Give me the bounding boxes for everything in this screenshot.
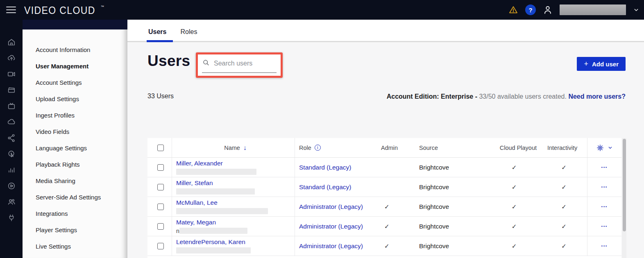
user-role-link[interactable]: Standard (Legacy) <box>299 183 351 191</box>
media-clapperboard-icon[interactable] <box>7 86 16 95</box>
cloud-icon[interactable] <box>7 118 16 127</box>
email-visible-prefix: n <box>176 228 179 234</box>
player-icon[interactable] <box>7 181 16 190</box>
help-icon[interactable]: ? <box>525 5 536 15</box>
cloud-upload-icon[interactable] <box>7 54 16 63</box>
sort-descending-icon[interactable]: ↓ <box>243 144 247 152</box>
user-count: 33 Users <box>147 93 174 100</box>
interactivity-icon[interactable] <box>7 149 16 158</box>
sidebar-item-ingest-profiles[interactable]: Ingest Profiles <box>23 107 127 124</box>
col-header-interactivity: Interactivity <box>541 138 587 157</box>
row-menu-button[interactable]: ••• <box>601 244 608 248</box>
analytics-icon[interactable] <box>7 165 16 174</box>
users-table: Name ↓ Role i Admin Source Cloud Playout… <box>147 138 621 258</box>
tab-users[interactable]: Users <box>147 28 167 41</box>
row-menu-button[interactable]: ••• <box>601 185 608 189</box>
column-settings-gear-icon[interactable] <box>596 144 604 152</box>
warning-icon[interactable] <box>508 5 519 15</box>
email-line <box>176 169 256 175</box>
cloud-playout-checkmark: ✓ <box>512 223 517 230</box>
scrollbar-thumb[interactable] <box>623 139 626 231</box>
row-menu-button[interactable]: ••• <box>601 165 608 170</box>
table-header-row: Name ↓ Role i Admin Source Cloud Playout… <box>147 138 621 158</box>
sidebar-item-media-sharing[interactable]: Media Sharing <box>23 173 127 189</box>
sidebar-item-server-side-ad-settings[interactable]: Server-Side Ad Settings <box>23 189 127 206</box>
row-checkbox[interactable] <box>157 223 164 230</box>
video-cloud-app: VIDEO CLOUD ™ ? <box>0 0 644 258</box>
select-all-checkbox[interactable] <box>157 145 164 151</box>
role-info-icon[interactable]: i <box>315 145 321 151</box>
row-checkbox[interactable] <box>157 243 164 249</box>
home-icon[interactable] <box>7 38 16 47</box>
table-row: Miller, Stefan Standard (Legacy) Brightc… <box>147 177 621 197</box>
sidebar-item-integrations[interactable]: Integrations <box>23 206 127 222</box>
email-line: n <box>176 228 247 234</box>
cloud-playout-checkmark: ✓ <box>512 242 517 250</box>
row-menu-button[interactable]: ••• <box>601 224 608 229</box>
table-row: Miller, Alexander Standard (Legacy) Brig… <box>147 158 621 177</box>
email-redacted <box>176 247 251 253</box>
col-header-admin: Admin <box>377 138 416 157</box>
need-more-users-link[interactable]: Need more users? <box>568 93 626 100</box>
sidebar-item-player-settings[interactable]: Player Settings <box>23 222 127 238</box>
settings-menu: Account InformationUser ManagementAccoun… <box>23 29 127 255</box>
row-menu-button[interactable]: ••• <box>601 205 608 209</box>
email-line <box>176 188 255 195</box>
account-edition-line: Account Edition: Enterprise - 33/50 avai… <box>387 93 626 100</box>
cloud-playout-checkmark: ✓ <box>512 203 517 210</box>
chevron-down-icon[interactable] <box>633 6 640 14</box>
source-text: Brightcove <box>419 183 449 191</box>
users-icon[interactable] <box>7 197 16 206</box>
user-name-link[interactable]: McMullan, Lee <box>176 199 218 206</box>
tv-icon[interactable] <box>7 102 16 111</box>
sidebar-item-playback-rights[interactable]: Playback Rights <box>23 156 127 173</box>
sidebar-item-account-information[interactable]: Account Information <box>23 42 127 58</box>
plus-icon: + <box>584 60 588 68</box>
hamburger-menu-icon[interactable] <box>6 7 16 14</box>
table-scrollbar[interactable] <box>622 138 626 258</box>
user-name-link[interactable]: Matey, Megan <box>176 219 216 226</box>
sidebar-item-upload-settings[interactable]: Upload Settings <box>23 91 127 107</box>
page-title: Users <box>147 52 190 70</box>
col-header-cloud-playout: Cloud Playout <box>488 138 541 157</box>
user-role-link[interactable]: Standard (Legacy) <box>299 164 351 171</box>
column-settings-chevron-icon[interactable] <box>607 145 613 151</box>
admin-checkmark: ✓ <box>381 223 390 230</box>
sidebar-item-language-settings[interactable]: Language Settings <box>23 140 127 156</box>
tab-list: UsersRoles <box>147 28 210 41</box>
interactivity-checkmark: ✓ <box>561 164 567 171</box>
tab-bar: UsersRoles <box>127 20 644 42</box>
table-row: McMullan, Lee Administrator (Legacy) ✓ B… <box>147 197 621 217</box>
plug-icon[interactable] <box>7 213 16 222</box>
user-role-link[interactable]: Administrator (Legacy) <box>299 242 363 250</box>
account-name-redacted[interactable] <box>560 5 626 15</box>
tab-roles[interactable]: Roles <box>179 28 198 41</box>
user-profile-icon[interactable] <box>542 5 553 15</box>
row-checkbox[interactable] <box>157 184 164 190</box>
user-role-link[interactable]: Administrator (Legacy) <box>299 223 363 230</box>
search-input[interactable] <box>214 60 275 67</box>
add-user-button[interactable]: + Add user <box>577 57 626 71</box>
user-search-box <box>198 54 281 76</box>
interactivity-checkmark: ✓ <box>561 242 567 250</box>
col-header-source: Source <box>416 138 488 157</box>
source-text: Brightcove <box>419 203 449 210</box>
user-name-link[interactable]: LetendrePersona, Karen <box>176 238 245 246</box>
video-camera-icon[interactable] <box>7 70 16 79</box>
sidebar-item-account-settings[interactable]: Account Settings <box>23 75 127 91</box>
sidebar-item-live-settings[interactable]: Live Settings <box>23 238 127 255</box>
user-name-link[interactable]: Miller, Alexander <box>176 160 223 167</box>
user-name-link[interactable]: Miller, Stefan <box>176 179 213 187</box>
admin-checkmark: ✓ <box>381 242 390 250</box>
row-checkbox[interactable] <box>157 204 164 210</box>
row-checkbox[interactable] <box>157 164 164 171</box>
top-bar: VIDEO CLOUD ™ ? <box>0 0 644 20</box>
share-icon[interactable] <box>7 134 16 143</box>
settings-sidebar: Account InformationUser ManagementAccoun… <box>23 20 127 258</box>
user-role-link[interactable]: Administrator (Legacy) <box>299 203 363 210</box>
sidebar-item-video-fields[interactable]: Video Fields <box>23 124 127 140</box>
col-header-name[interactable]: Name <box>224 145 240 151</box>
sidebar-item-user-management[interactable]: User Management <box>23 58 127 75</box>
email-redacted <box>179 228 247 234</box>
table-row: LetendrePersona, Karen Administrator (Le… <box>147 236 621 256</box>
